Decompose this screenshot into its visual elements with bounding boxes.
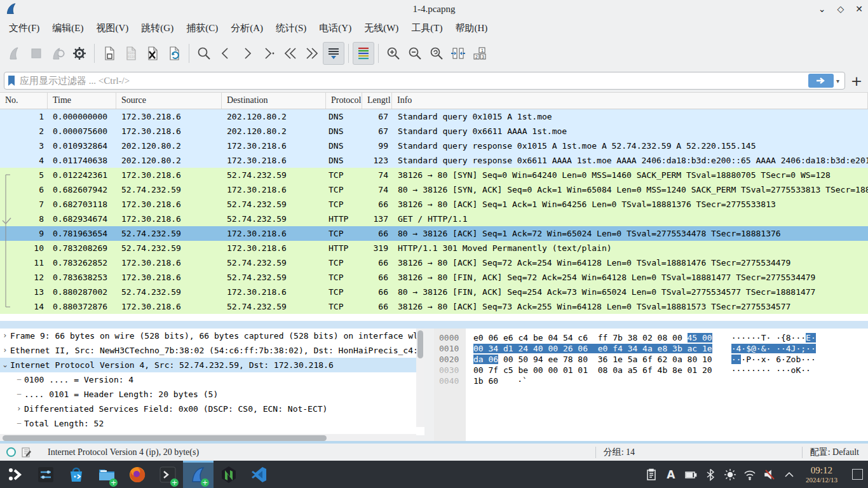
save-file-icon[interactable]: 01010110 — [120, 42, 142, 65]
detail-vertical-scrollbar[interactable] — [416, 329, 424, 427]
packet-row[interactable]: 20.000075600172.30.218.6202.120.80.2DNS6… — [0, 124, 868, 139]
reload-file-icon[interactable] — [163, 42, 185, 65]
menu-item-7[interactable]: 电话(Y) — [313, 20, 358, 37]
packet-row[interactable]: 130.88028700252.74.232.59172.30.218.6TCP… — [0, 285, 868, 299]
stop-capture-icon[interactable] — [25, 42, 47, 65]
chevron-up-icon[interactable] — [782, 468, 796, 482]
expander-icon[interactable]: › — [0, 343, 10, 358]
layout-icon[interactable]: 123 — [469, 42, 491, 65]
apply-filter-button[interactable] — [808, 74, 834, 88]
packet-row[interactable]: 70.682703118172.30.218.652.74.232.59TCP6… — [0, 197, 868, 212]
detail-row[interactable]: ›Differentiated Services Field: 0x00 (DS… — [0, 402, 426, 416]
brightness-icon[interactable] — [723, 468, 737, 482]
menu-item-1[interactable]: 编辑(E) — [46, 20, 90, 37]
discover-icon[interactable] — [61, 461, 92, 488]
filter-dropdown-caret-icon[interactable]: ▾ — [836, 78, 839, 85]
column-header-protocol[interactable]: Protocol — [326, 93, 362, 109]
file-manager-icon[interactable]: + — [92, 461, 122, 488]
input-method-icon[interactable]: A — [664, 468, 678, 482]
packet-row[interactable]: 30.010932864202.120.80.2172.30.218.6DNS9… — [0, 139, 868, 153]
expert-info-icon[interactable] — [6, 447, 16, 457]
find-packet-icon[interactable] — [193, 42, 215, 65]
packet-row[interactable]: 50.012242361172.30.218.652.74.232.59TCP7… — [0, 168, 868, 182]
firefox-icon[interactable] — [122, 461, 153, 488]
terminal-icon[interactable]: + — [153, 461, 183, 488]
capture-comment-icon[interactable] — [21, 447, 31, 458]
packet-row[interactable]: 110.783262852172.30.218.652.74.232.59TCP… — [0, 255, 868, 270]
detail-row[interactable]: ‒Total Length: 52 — [0, 416, 426, 431]
zoom-reset-icon[interactable] — [426, 42, 447, 65]
menu-item-4[interactable]: 捕获(C) — [180, 20, 224, 37]
first-packet-icon[interactable] — [280, 42, 301, 65]
app-launcher-icon[interactable] — [0, 461, 31, 488]
menu-item-9[interactable]: 工具(T) — [405, 20, 449, 37]
wifi-icon[interactable] — [743, 468, 757, 482]
system-settings-icon[interactable] — [31, 461, 61, 488]
packet-row[interactable]: 100.78320826952.74.232.59172.30.218.6HTT… — [0, 241, 868, 255]
column-header-info[interactable]: Info — [392, 93, 868, 109]
packet-detail-pane[interactable]: ›Frame 9: 66 bytes on wire (528 bits), 6… — [0, 329, 426, 435]
maximize-button[interactable]: ◇ — [837, 4, 844, 15]
menu-item-6[interactable]: 统计(S) — [269, 20, 313, 37]
go-to-packet-icon[interactable] — [258, 42, 280, 65]
menu-item-3[interactable]: 跳转(G) — [135, 20, 180, 37]
pane-splitter[interactable] — [0, 321, 868, 329]
menu-item-5[interactable]: 分析(A) — [224, 20, 269, 37]
go-back-icon[interactable] — [215, 42, 236, 65]
packet-row[interactable]: 60.68260794252.74.232.59172.30.218.6TCP7… — [0, 182, 868, 197]
restart-capture-icon[interactable] — [47, 42, 69, 65]
detail-row[interactable]: ⌄Internet Protocol Version 4, Src: 52.74… — [0, 358, 426, 372]
packet-row[interactable]: 140.880372876172.30.218.652.74.232.59TCP… — [0, 299, 868, 314]
menu-item-2[interactable]: 视图(V) — [90, 20, 135, 37]
open-file-icon[interactable] — [98, 42, 120, 65]
bluetooth-icon[interactable] — [703, 468, 717, 482]
detail-row[interactable]: ‒0100 .... = Version: 4 — [0, 372, 426, 387]
volume-muted-icon[interactable] — [763, 468, 776, 482]
hex-row[interactable]: 1b 60·` — [473, 376, 816, 386]
bookmark-icon[interactable] — [7, 75, 16, 86]
packet-list[interactable]: 10.000000000172.30.218.6202.120.80.2DNS6… — [0, 109, 868, 321]
last-packet-icon[interactable] — [301, 42, 323, 65]
auto-scroll-icon[interactable] — [323, 42, 344, 65]
capture-options-icon[interactable] — [69, 42, 90, 65]
hex-row[interactable]: 00 34 d1 24 40 00 26 06 e0 f4 34 4a e8 3… — [473, 343, 816, 354]
column-header-source[interactable]: Source — [116, 93, 222, 109]
start-capture-icon[interactable] — [4, 42, 25, 65]
menu-item-0[interactable]: 文件(F) — [3, 20, 46, 37]
display-filter-input[interactable]: 应用显示过滤器 ... <Ctrl-/> ▾ — [4, 72, 845, 90]
packet-list-header[interactable]: No.TimeSourceDestinationProtocolLengtlIn… — [0, 92, 868, 109]
menu-item-10[interactable]: 帮助(H) — [449, 20, 494, 37]
packet-row[interactable]: 120.783638253172.30.218.652.74.232.59TCP… — [0, 270, 868, 285]
vscode-icon[interactable] — [244, 461, 275, 488]
show-desktop-button[interactable] — [852, 469, 863, 480]
colorize-icon[interactable] — [353, 42, 374, 65]
packet-bytes-pane[interactable]: 00000010002000300040 e0 06 e6 c4 be 04 5… — [434, 329, 868, 442]
zoom-out-icon[interactable] — [404, 42, 426, 65]
add-filter-button-button[interactable]: + — [849, 73, 864, 89]
column-header-time[interactable]: Time — [48, 93, 116, 109]
close-button[interactable]: ✕ — [855, 4, 863, 15]
zoom-in-icon[interactable] — [383, 42, 404, 65]
expander-icon[interactable]: › — [0, 329, 10, 343]
minimize-button[interactable]: ⌄ — [818, 4, 826, 15]
packet-row[interactable]: 90.78196365452.74.232.59172.30.218.6TCP6… — [0, 226, 868, 241]
packet-row[interactable]: 80.682934674172.30.218.652.74.232.59HTTP… — [0, 212, 868, 226]
profile-label[interactable]: 配置: Default — [810, 447, 859, 458]
hex-body[interactable]: e0 06 e6 c4 be 04 54 c6 ff 7b 38 02 08 0… — [466, 329, 816, 442]
neovim-icon[interactable] — [214, 461, 244, 488]
detail-row[interactable]: ‒.... 0101 = Header Length: 20 bytes (5) — [0, 387, 426, 402]
menu-item-8[interactable]: 无线(W) — [358, 20, 405, 37]
column-header-lengtl[interactable]: Lengtl — [362, 93, 392, 109]
clipboard-icon[interactable] — [644, 468, 658, 482]
close-file-icon[interactable] — [142, 42, 163, 65]
column-header-no[interactable]: No. — [0, 93, 48, 109]
detail-row[interactable]: ›Ethernet II, Src: NewH3CTechno_7b:38:02… — [0, 343, 426, 358]
battery-icon[interactable] — [684, 468, 698, 482]
resize-columns-icon[interactable] — [447, 42, 469, 65]
expander-icon[interactable]: › — [14, 402, 24, 416]
expander-icon[interactable]: ⌄ — [0, 358, 10, 372]
column-header-destination[interactable]: Destination — [222, 93, 326, 109]
hex-row[interactable]: e0 06 e6 c4 be 04 54 c6 ff 7b 38 02 08 0… — [473, 332, 816, 343]
wireshark-icon[interactable]: + — [183, 461, 214, 488]
clock[interactable]: 09:122024/12/13 — [806, 465, 837, 484]
